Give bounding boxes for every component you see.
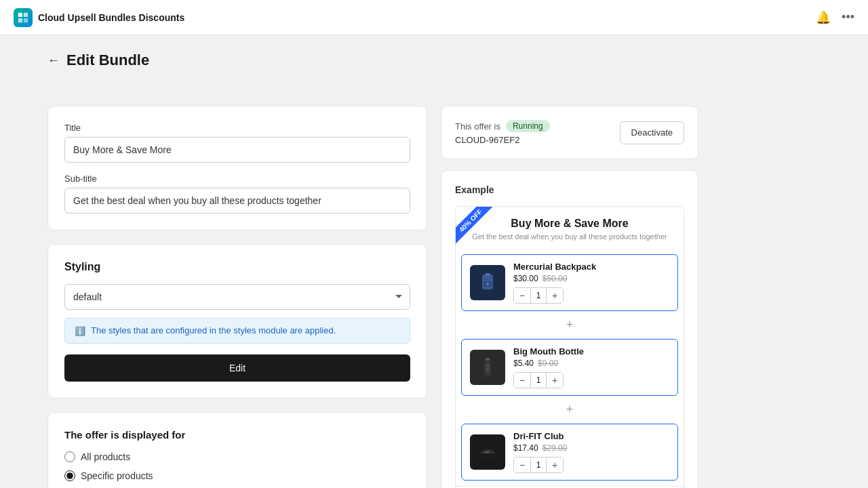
main-content: Title Sub-title Styling default custom ℹ… (34, 85, 834, 488)
product-sale-price-3: $17.40 (513, 443, 538, 453)
subtitle-label: Sub-title (64, 174, 410, 184)
info-text: The styles that are configured in the st… (91, 325, 336, 336)
qty-control-3: − 1 + (513, 457, 564, 473)
logo-icon (14, 8, 33, 27)
radio-all-products[interactable]: All products (64, 451, 410, 462)
styling-info-box: ℹ️ The styles that are configured in the… (64, 318, 410, 344)
product-price-2: $5.40 $9.00 (513, 359, 669, 368)
title-field-group: Title (64, 123, 410, 163)
styling-select[interactable]: default custom (64, 284, 410, 310)
right-column: This offer is Running CLOUD-967EF2 Deact… (441, 106, 698, 488)
status-badge: Running (506, 120, 550, 132)
title-label: Title (64, 123, 410, 133)
product-original-price-1: $50.00 (542, 274, 568, 283)
product-sale-price-2: $5.40 (513, 359, 534, 368)
app-title: Cloud Upsell Bundles Discounts (38, 12, 184, 23)
product-name-2: Big Mouth Bottle (513, 346, 669, 357)
offer-status-text: This offer is (455, 121, 500, 131)
qty-value-1: 1 (530, 288, 547, 303)
offer-status-card: This offer is Running CLOUD-967EF2 Deact… (441, 106, 698, 159)
product-row-2: Big Mouth Bottle $5.40 $9.00 − 1 + (461, 339, 678, 396)
svg-rect-1 (24, 12, 28, 16)
plus-separator-2: + (456, 401, 684, 418)
styling-section-title: Styling (64, 261, 410, 273)
subtitle-input[interactable] (64, 188, 410, 214)
product-name-1: Mercurial Backpack (513, 262, 669, 272)
product-image-bottle (470, 350, 505, 385)
product-row-1: Mercurial Backpack $30.00 $50.00 − 1 + (461, 254, 678, 311)
svg-rect-10 (486, 363, 490, 373)
radio-all-products-input[interactable] (64, 451, 75, 462)
page-header: ← Edit Bundle (34, 35, 834, 69)
discount-ribbon: 40% OFF (456, 207, 494, 244)
deactivate-button[interactable]: Deactivate (620, 121, 684, 144)
product-row-3: Dri-FIT Club $17.40 $29.00 − 1 + (461, 424, 678, 481)
app-logo: Cloud Upsell Bundles Discounts (14, 8, 184, 27)
offer-id: CLOUD-967EF2 (455, 135, 550, 145)
top-bar-actions: 🔔 ••• (816, 10, 854, 25)
title-input[interactable] (64, 137, 410, 163)
svg-rect-2 (18, 18, 22, 22)
left-column: Title Sub-title Styling default custom ℹ… (47, 106, 427, 488)
offer-status-row: This offer is Running (455, 120, 550, 132)
svg-rect-0 (18, 12, 22, 16)
notification-icon[interactable]: 🔔 (816, 10, 831, 25)
product-info-3: Dri-FIT Club $17.40 $29.00 − 1 + (513, 431, 669, 473)
offer-status-left: This offer is Running CLOUD-967EF2 (455, 120, 550, 145)
example-card: Example 40% OFF Buy More & Save More Get… (441, 170, 698, 488)
page-title: Edit Bundle (66, 52, 149, 69)
svg-rect-13 (485, 451, 489, 453)
radio-all-products-label: All products (81, 451, 130, 462)
plus-separator-1: + (456, 317, 684, 333)
product-image-backpack (470, 265, 505, 300)
product-image-cap (470, 434, 505, 470)
product-info-1: Mercurial Backpack $30.00 $50.00 − 1 + (513, 262, 669, 304)
bundle-preview-title: Buy More & Save More (467, 218, 673, 230)
product-info-2: Big Mouth Bottle $5.40 $9.00 − 1 + (513, 346, 669, 388)
qty-increase-3[interactable]: + (547, 458, 563, 472)
radio-specific-products[interactable]: Specific products (64, 470, 410, 481)
more-options-icon[interactable]: ••• (842, 10, 854, 24)
discount-badge: 40% OFF (456, 207, 496, 247)
product-original-price-3: $29.00 (542, 443, 568, 453)
svg-rect-5 (485, 273, 490, 276)
product-name-3: Dri-FIT Club (513, 431, 669, 441)
qty-increase-2[interactable]: + (547, 373, 563, 388)
bundle-preview: 40% OFF Buy More & Save More Get the bes… (455, 206, 684, 488)
qty-value-2: 1 (530, 373, 547, 388)
svg-point-7 (486, 283, 489, 285)
radio-group: All products Specific products Specific … (64, 451, 410, 488)
qty-decrease-2[interactable]: − (514, 373, 530, 388)
bundle-preview-subtitle: Get the best deal when you buy all these… (467, 232, 673, 241)
back-button[interactable]: ← (47, 54, 60, 68)
svg-rect-8 (486, 358, 490, 361)
radio-specific-products-input[interactable] (64, 470, 75, 481)
bundle-preview-header: 40% OFF Buy More & Save More Get the bes… (456, 207, 684, 249)
title-card: Title Sub-title (47, 106, 427, 230)
product-price-3: $17.40 $29.00 (513, 443, 669, 453)
qty-control-1: − 1 + (513, 287, 564, 304)
svg-rect-3 (24, 18, 28, 22)
qty-control-2: − 1 + (513, 372, 564, 388)
subtitle-field-group: Sub-title (64, 174, 410, 214)
edit-button[interactable]: Edit (64, 354, 410, 382)
qty-decrease-1[interactable]: − (514, 288, 530, 303)
svg-rect-12 (479, 453, 496, 456)
qty-increase-1[interactable]: + (547, 288, 563, 303)
qty-value-3: 1 (530, 458, 547, 472)
product-price-1: $30.00 $50.00 (513, 274, 669, 283)
styling-card: Styling default custom ℹ️ The styles tha… (47, 244, 427, 399)
offer-display-title: The offer is displayed for (64, 429, 410, 441)
offer-display-card: The offer is displayed for All products … (47, 412, 427, 488)
qty-decrease-3[interactable]: − (514, 458, 530, 472)
info-icon: ℹ️ (75, 326, 85, 336)
radio-specific-products-label: Specific products (81, 470, 153, 481)
product-original-price-2: $9.00 (538, 359, 558, 368)
example-title: Example (455, 184, 684, 195)
product-sale-price-1: $30.00 (513, 274, 538, 283)
top-bar: Cloud Upsell Bundles Discounts 🔔 ••• (0, 0, 868, 35)
